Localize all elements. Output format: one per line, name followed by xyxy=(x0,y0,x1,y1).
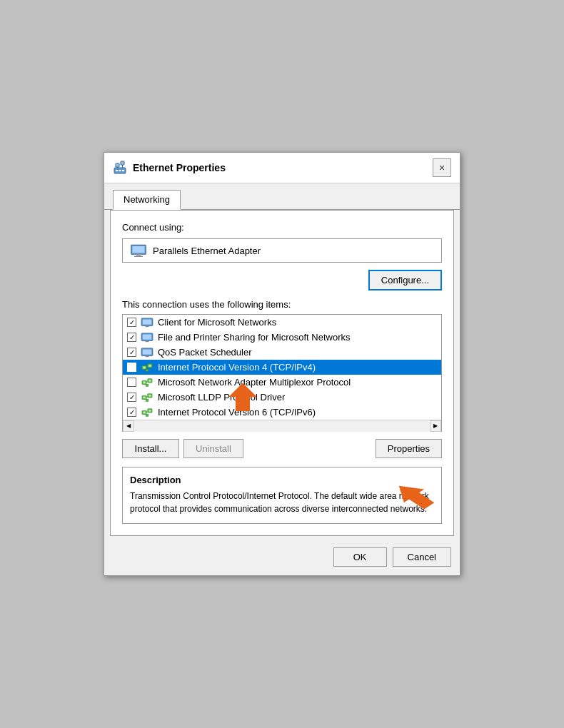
connect-using-label: Connect using: xyxy=(122,222,442,233)
svg-rect-4 xyxy=(121,161,124,165)
title-bar: Ethernet Properties × xyxy=(104,153,460,183)
checkbox-ipv6[interactable] xyxy=(127,408,136,417)
configure-button[interactable]: Configure... xyxy=(368,270,442,290)
list-item-ms-lldp[interactable]: Microsoft LLDP Protocol Driver xyxy=(123,390,441,405)
svg-rect-13 xyxy=(143,319,151,324)
item-icon-file-printer-sharing xyxy=(141,333,153,343)
horizontal-scrollbar[interactable]: ◀ ▶ xyxy=(123,420,441,431)
content-area: Connect using: Parallels Ethernet Adapte… xyxy=(110,210,454,536)
svg-rect-14 xyxy=(145,325,148,327)
svg-rect-11 xyxy=(134,256,143,257)
svg-rect-22 xyxy=(143,366,146,368)
list-item-ipv4[interactable]: Internet Protocol Version 4 (TCP/IPv4) xyxy=(123,360,441,375)
item-icon-qos-scheduler xyxy=(141,348,153,358)
svg-rect-6 xyxy=(119,170,121,171)
item-icon-ipv6 xyxy=(141,408,153,418)
svg-rect-32 xyxy=(146,384,148,386)
svg-rect-20 xyxy=(145,355,148,357)
item-label-client-ms-networks: Client for Microsoft Networks xyxy=(158,317,276,328)
horizontal-scroll-track[interactable] xyxy=(134,420,430,432)
svg-rect-5 xyxy=(116,170,118,171)
adapter-name: Parallels Ethernet Adapter xyxy=(153,246,261,256)
item-label-ms-lldp: Microsoft LLDP Protocol Driver xyxy=(158,392,285,403)
svg-rect-28 xyxy=(143,381,146,383)
svg-rect-17 xyxy=(145,340,148,342)
item-icon-client-ms-networks xyxy=(141,318,153,328)
svg-rect-19 xyxy=(143,349,151,354)
item-label-file-printer-sharing: File and Printer Sharing for Microsoft N… xyxy=(158,332,350,343)
svg-rect-9 xyxy=(132,246,144,253)
list-item-client-ms-networks[interactable]: Client for Microsoft Networks xyxy=(123,315,441,330)
scroll-right-button[interactable]: ▶ xyxy=(430,420,441,432)
list-item-file-printer-sharing[interactable]: File and Printer Sharing for Microsoft N… xyxy=(123,330,441,345)
svg-rect-30 xyxy=(148,380,151,382)
description-text: Transmission Control Protocol/Internet P… xyxy=(130,490,434,515)
scroll-left-button[interactable]: ◀ xyxy=(123,420,134,432)
close-button[interactable]: × xyxy=(433,158,451,177)
svg-rect-16 xyxy=(143,334,151,339)
item-label-ms-network-adapter: Microsoft Network Adapter Multiplexor Pr… xyxy=(158,377,351,388)
svg-rect-40 xyxy=(143,411,146,413)
install-button[interactable]: Install... xyxy=(122,439,179,458)
properties-button[interactable]: Properties xyxy=(376,439,442,458)
uninstall-button[interactable]: Uninstall xyxy=(183,439,243,458)
list-item-ipv6[interactable]: Internet Protocol Version 6 (TCP/IPv6) xyxy=(123,405,441,420)
svg-rect-34 xyxy=(143,396,146,398)
checkbox-ms-network-adapter[interactable] xyxy=(127,378,136,387)
item-icon-ms-network-adapter xyxy=(141,378,153,388)
items-list[interactable]: Client for Microsoft Networks File and P… xyxy=(123,315,441,420)
checkbox-client-ms-networks[interactable] xyxy=(127,318,136,327)
items-list-container: Client for Microsoft Networks File and P… xyxy=(122,314,442,432)
svg-rect-42 xyxy=(148,410,151,412)
description-box: Description Transmission Control Protoco… xyxy=(122,467,442,524)
dialog-title: Ethernet Properties xyxy=(133,162,226,173)
list-item-qos-scheduler[interactable]: QoS Packet Scheduler xyxy=(123,345,441,360)
cancel-button[interactable]: Cancel xyxy=(393,547,451,567)
tab-bar: Networking xyxy=(104,183,460,210)
svg-rect-38 xyxy=(146,399,148,401)
svg-rect-1 xyxy=(116,163,119,167)
items-label: This connection uses the following items… xyxy=(122,299,442,310)
action-buttons-row: Install... Uninstall Properties xyxy=(122,439,442,458)
ok-button[interactable]: OK xyxy=(333,547,387,567)
svg-rect-10 xyxy=(136,254,141,256)
checkbox-file-printer-sharing[interactable] xyxy=(127,333,136,342)
checkbox-qos-scheduler[interactable] xyxy=(127,348,136,357)
description-title: Description xyxy=(130,475,434,485)
ethernet-icon xyxy=(113,161,127,175)
adapter-icon xyxy=(130,243,147,258)
configure-row: Configure... xyxy=(122,270,442,290)
checkbox-ms-lldp[interactable] xyxy=(127,393,136,402)
checkbox-ipv4[interactable] xyxy=(127,363,136,372)
dialog-footer: OK Cancel xyxy=(104,542,460,575)
svg-rect-36 xyxy=(148,395,151,397)
item-icon-ms-lldp xyxy=(141,393,153,403)
svg-rect-24 xyxy=(148,365,151,367)
list-item-ms-network-adapter[interactable]: Microsoft Network Adapter Multiplexor Pr… xyxy=(123,375,441,390)
item-label-ipv6: Internet Protocol Version 6 (TCP/IPv6) xyxy=(158,407,316,418)
svg-rect-44 xyxy=(146,414,148,416)
item-icon-ipv4 xyxy=(141,363,153,373)
svg-rect-7 xyxy=(122,170,124,171)
item-label-qos-scheduler: QoS Packet Scheduler xyxy=(158,347,252,358)
svg-rect-26 xyxy=(146,369,148,371)
ethernet-properties-dialog: Ethernet Properties × Networking Connect… xyxy=(104,152,460,576)
item-label-ipv4: Internet Protocol Version 4 (TCP/IPv4) xyxy=(158,362,316,373)
adapter-box: Parallels Ethernet Adapter xyxy=(122,238,442,263)
tab-networking[interactable]: Networking xyxy=(113,190,181,210)
